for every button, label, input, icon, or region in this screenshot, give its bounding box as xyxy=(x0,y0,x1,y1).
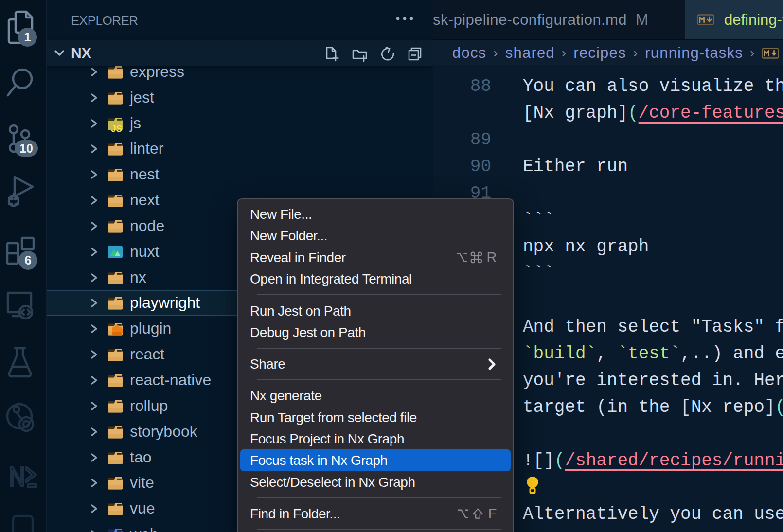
svg-text:JS: JS xyxy=(111,124,122,134)
